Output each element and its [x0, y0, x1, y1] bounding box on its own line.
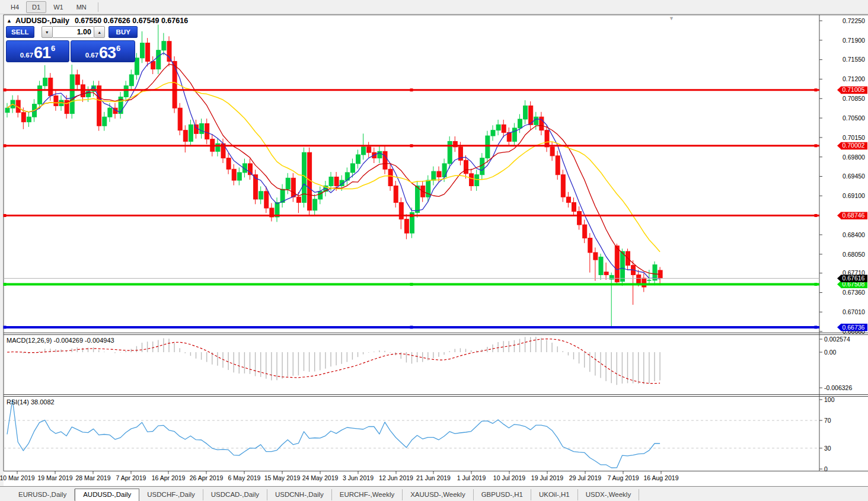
candle-body [178, 108, 182, 130]
chart-tab-eurusd-daily[interactable]: EURUSD-,Daily [11, 489, 75, 500]
candle-body [129, 75, 133, 86]
collapse-arrow-icon[interactable]: ▲ [7, 18, 12, 24]
sell-button[interactable]: SELL [6, 26, 34, 38]
candle-body [141, 43, 145, 58]
timeframe-button-d1[interactable]: D1 [26, 1, 46, 13]
date-axis-label: 21 Jun 2019 [416, 474, 451, 481]
price-axis-label: 0.71550 [843, 56, 865, 63]
candle-body [54, 96, 58, 106]
chart-tab-bar: EURUSD-,DailyAUDUSD-,DailyUSDCHF-,DailyU… [0, 486, 868, 501]
volume-input[interactable]: 1.00 [53, 26, 94, 38]
timeframe-button-h4[interactable]: H4 [5, 1, 25, 13]
chart-canvas[interactable]: 0.722500.719000.715500.712000.708500.705… [0, 14, 868, 486]
candle-body [248, 164, 253, 175]
rsi-axis-label: 100 [824, 396, 835, 403]
chart-tab-usdcnh-daily[interactable]: USDCNH-,Daily [267, 489, 332, 500]
timeframe-button-mn[interactable]: MN [71, 1, 92, 13]
line-handle[interactable] [4, 88, 7, 91]
line-handle[interactable] [410, 283, 413, 286]
mt4-window: { "toolbar": { "timeframes": [ {"label":… [0, 0, 868, 501]
date-axis-label: 26 Apr 2019 [190, 474, 224, 481]
candle-body [124, 86, 128, 97]
volume-increase-button[interactable]: ▲ [94, 26, 105, 38]
candle-body [566, 197, 570, 202]
price-axis-label: 0.70150 [843, 134, 865, 141]
line-handle[interactable] [410, 214, 413, 217]
candle-body [637, 275, 641, 283]
chart-tab-usdx-weekly[interactable]: USDX-,Weekly [578, 489, 639, 500]
price-axis-label: 0.72250 [843, 17, 865, 24]
candle-body [378, 151, 382, 158]
price-tag-label: 0.68746 [843, 212, 865, 219]
candle-body [5, 108, 9, 112]
candle-body [205, 123, 209, 139]
candle-body [350, 164, 355, 173]
candle-body [437, 171, 441, 177]
candle-body [486, 136, 490, 158]
price-tag-label: 0.70002 [843, 142, 865, 149]
candle-body [556, 156, 560, 175]
line-handle[interactable] [815, 283, 818, 286]
date-axis-label: 19 Jul 2019 [531, 474, 563, 481]
price-axis-label: 0.69450 [843, 173, 865, 180]
line-handle[interactable] [4, 144, 7, 147]
sell-price-button[interactable]: 0.67 61 6 [6, 40, 69, 62]
line-handle[interactable] [410, 144, 413, 147]
chart-tab-usdcad-daily[interactable]: USDCAD-,Daily [203, 489, 267, 500]
date-axis-label: 7 Apr 2019 [116, 474, 146, 481]
date-axis-label: 1 Jul 2019 [457, 474, 486, 481]
line-handle[interactable] [815, 88, 818, 91]
candle-body [512, 128, 516, 141]
candle-body [216, 143, 220, 151]
chart-tab-gbpusd-h1[interactable]: GBPUSD-,H1 [474, 489, 531, 500]
line-handle[interactable] [410, 326, 413, 328]
candle-body [97, 86, 101, 126]
date-axis-label: 3 Jun 2019 [343, 474, 374, 481]
candle-body [313, 199, 317, 210]
candle-body [21, 113, 25, 122]
line-handle[interactable] [410, 88, 413, 91]
line-handle[interactable] [4, 214, 7, 217]
timeframe-toolbar: H4D1W1MN [0, 0, 868, 14]
price-axis-label: 0.68400 [843, 231, 865, 238]
sell-price-prefix: 0.67 [20, 52, 33, 59]
scroll-end-marker-icon[interactable]: ▼ [669, 15, 674, 21]
date-axis-label: 28 Mar 2019 [76, 474, 111, 481]
rsi-axis-label: 70 [824, 417, 831, 424]
candle-body [588, 238, 592, 253]
spinner-up-icon: ▲ [97, 30, 101, 34]
buy-button[interactable]: BUY [108, 26, 138, 38]
buy-price-prefix: 0.67 [85, 52, 98, 59]
candle-body [593, 253, 598, 260]
volume-decrease-button[interactable]: ▼ [42, 26, 53, 38]
line-handle[interactable] [4, 326, 7, 328]
candle-body [259, 192, 263, 199]
candle-body [232, 169, 236, 180]
price-axis-label: 0.70850 [843, 95, 865, 102]
line-handle[interactable] [815, 214, 818, 217]
chart-tab-xauusd-weekly[interactable]: XAUUSD-,Weekly [403, 489, 473, 500]
price-tag-label: 0.71005 [843, 86, 865, 93]
chart-title: ▲AUDUSD-,Daily0.67550 0.67626 0.67549 0.… [7, 17, 188, 25]
candle-body [296, 197, 301, 202]
candle-body [103, 117, 107, 126]
date-axis-label: 19 Mar 2019 [38, 474, 73, 481]
buy-price-button[interactable]: 0.67 63 6 [71, 40, 135, 62]
buy-price-big: 63 [99, 46, 116, 60]
line-handle[interactable] [815, 326, 818, 328]
candle-body [146, 43, 150, 62]
line-handle[interactable] [815, 144, 818, 147]
timeframe-button-w1[interactable]: W1 [47, 1, 69, 13]
candle-body [237, 173, 241, 180]
line-handle[interactable] [4, 283, 7, 286]
candle-body [599, 257, 603, 275]
chart-tab-usdchf-daily[interactable]: USDCHF-,Daily [139, 489, 203, 500]
chart-tab-eurchf-weekly[interactable]: EURCHF-,Weekly [332, 489, 403, 500]
chart-tab-ukoil-h1[interactable]: UKOil-,H1 [531, 489, 578, 500]
date-axis-label: 29 Jul 2019 [569, 474, 601, 481]
candle-body [189, 125, 193, 141]
price-tag-label: 0.66736 [843, 324, 865, 331]
candle-body [49, 78, 53, 96]
chart-tab-audusd-daily[interactable]: AUDUSD-,Daily [75, 489, 139, 501]
date-axis-label: 7 Aug 2019 [607, 474, 639, 481]
